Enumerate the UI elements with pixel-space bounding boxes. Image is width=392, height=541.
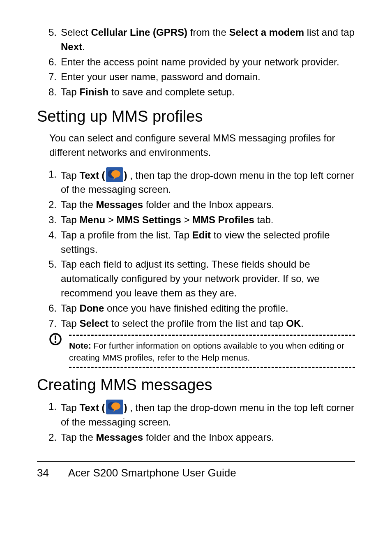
list-item: 7.Enter your user name, password and dom… <box>37 70 355 84</box>
svg-point-8 <box>111 402 120 410</box>
heading-mms-profiles: Setting up MMS profiles <box>37 108 355 125</box>
list-number: 4. <box>37 228 61 243</box>
list-number: 6. <box>37 301 61 316</box>
list-text: Tap a profile from the list. Tap Edit to… <box>61 228 355 257</box>
list-text: Tap Finish to save and complete setup. <box>61 85 355 99</box>
setup-steps-continued: 5.Select Cellular Line (GPRS) from the S… <box>37 25 355 99</box>
warning-icon <box>48 332 62 348</box>
list-item: 5.Tap each field to adjust its setting. … <box>37 257 355 300</box>
list-number: 2. <box>37 430 61 445</box>
list-item: 6.Enter the access point name provided b… <box>37 55 355 69</box>
list-number: 7. <box>37 70 61 84</box>
list-number: 3. <box>37 213 61 227</box>
list-text: Tap Text () , then tap the drop-down men… <box>61 400 355 430</box>
list-item: 2.Tap the Messages folder and the Inbox … <box>37 198 355 212</box>
svg-rect-4 <box>55 335 56 340</box>
note-text: Note: For further information on options… <box>69 335 355 368</box>
list-text: Tap each field to adjust its setting. Th… <box>61 257 355 300</box>
list-item: 2.Tap the Messages folder and the Inbox … <box>37 430 355 445</box>
text-app-icon <box>106 167 123 182</box>
list-item: 8.Tap Finish to save and complete setup. <box>37 85 355 99</box>
page-number: 34 <box>37 467 66 479</box>
list-number: 5. <box>37 25 61 40</box>
page-footer: 34 Acer S200 Smartphone User Guide <box>37 461 355 479</box>
list-number: 8. <box>37 85 61 99</box>
list-number: 1. <box>37 400 61 414</box>
list-number: 7. <box>37 317 61 331</box>
note-box: Note: For further information on options… <box>48 335 355 368</box>
creating-mms-steps: 1.Tap Text () , then tap the drop-down m… <box>37 400 355 444</box>
mms-profile-steps: 1.Tap Text () , then tap the drop-down m… <box>37 167 355 331</box>
list-item: 3.Tap Menu > MMS Settings > MMS Profiles… <box>37 213 355 227</box>
list-number: 2. <box>37 198 61 212</box>
list-text: Tap Menu > MMS Settings > MMS Profiles t… <box>61 213 355 227</box>
list-number: 1. <box>37 167 61 182</box>
list-text: Tap the Messages folder and the Inbox ap… <box>61 198 355 212</box>
heading-creating-mms: Creating MMS messages <box>37 376 355 394</box>
svg-point-2 <box>111 170 120 178</box>
list-item: 7.Tap Select to select the profile from … <box>37 317 355 331</box>
list-text: Tap Done once you have finished editing … <box>61 301 355 316</box>
text-app-icon <box>106 400 123 414</box>
list-item: 6.Tap Done once you have finished editin… <box>37 301 355 316</box>
list-text: Enter your user name, password and domai… <box>61 70 355 84</box>
footer-title: Acer S200 Smartphone User Guide <box>68 467 236 479</box>
list-number: 5. <box>37 257 61 272</box>
list-number: 6. <box>37 55 61 69</box>
list-item: 1.Tap Text () , then tap the drop-down m… <box>37 167 355 197</box>
intro-mms-profiles: You can select and configure several MMS… <box>49 131 355 160</box>
list-item: 5.Select Cellular Line (GPRS) from the S… <box>37 25 355 54</box>
list-text: Tap the Messages folder and the Inbox ap… <box>61 430 355 445</box>
svg-point-5 <box>55 341 57 343</box>
list-text: Tap Select to select the profile from th… <box>61 317 355 331</box>
list-text: Enter the access point name provided by … <box>61 55 355 69</box>
document-page: 5.Select Cellular Line (GPRS) from the S… <box>0 0 392 496</box>
list-text: Select Cellular Line (GPRS) from the Sel… <box>61 25 355 54</box>
list-item: 4.Tap a profile from the list. Tap Edit … <box>37 228 355 257</box>
list-text: Tap Text () , then tap the drop-down men… <box>61 167 355 197</box>
list-item: 1.Tap Text () , then tap the drop-down m… <box>37 400 355 430</box>
